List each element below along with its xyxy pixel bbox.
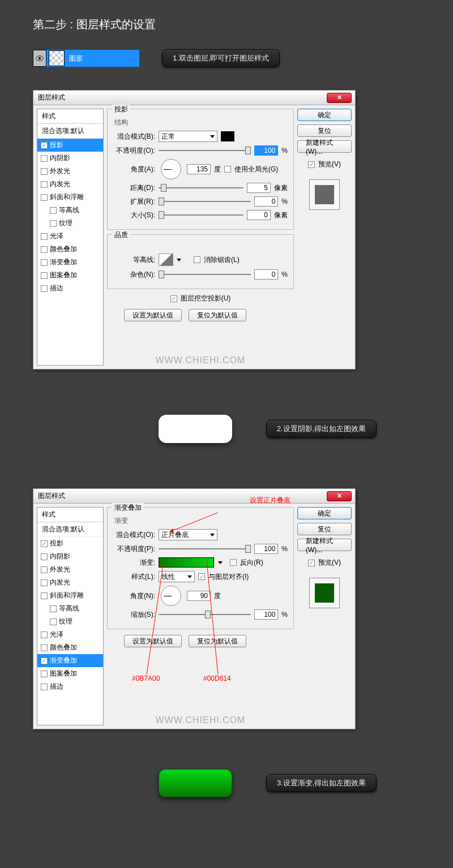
style-checkbox[interactable]: ✓	[41, 540, 48, 547]
style-item-投影[interactable]: ✓投影	[37, 537, 103, 550]
gradient-style-select[interactable]: 线性	[159, 571, 195, 582]
scale-input[interactable]: 100	[254, 609, 278, 620]
spread-slider[interactable]	[159, 197, 251, 205]
style-checkbox[interactable]	[41, 579, 48, 586]
knockout-checkbox[interactable]: ✓	[170, 295, 177, 302]
style-checkbox[interactable]	[41, 553, 48, 560]
blending-default[interactable]: 混合选项:默认	[37, 124, 103, 139]
style-checkbox[interactable]	[41, 684, 48, 690]
style-checkbox[interactable]	[50, 618, 57, 625]
style-checkbox[interactable]	[41, 644, 48, 651]
style-checkbox[interactable]	[41, 181, 48, 188]
noise-slider[interactable]	[159, 270, 251, 278]
style-checkbox[interactable]	[50, 605, 57, 612]
blend-mode-select[interactable]: 正片叠底	[159, 529, 217, 540]
global-light-checkbox[interactable]	[224, 166, 231, 173]
style-item-等高线[interactable]: 等高线	[37, 204, 103, 217]
close-button[interactable]: ✕	[327, 491, 352, 501]
blending-default[interactable]: 混合选项:默认	[37, 522, 103, 537]
style-item-渐变叠加[interactable]: 渐变叠加	[37, 256, 103, 269]
style-checkbox[interactable]	[50, 207, 57, 214]
cancel-button[interactable]: 复位	[297, 124, 352, 137]
style-item-描边[interactable]: 描边	[37, 282, 103, 295]
set-default-button[interactable]: 设置为默认值	[124, 309, 182, 321]
antialias-checkbox[interactable]	[194, 256, 200, 263]
style-checkbox[interactable]	[41, 233, 48, 240]
opacity-slider[interactable]	[159, 545, 251, 553]
size-slider[interactable]	[159, 211, 243, 219]
new-style-button[interactable]: 新建样式(W)...	[297, 539, 352, 551]
style-checkbox[interactable]	[41, 272, 48, 279]
style-checkbox[interactable]	[41, 566, 48, 573]
style-checkbox[interactable]	[41, 259, 48, 266]
style-item-内阴影[interactable]: 内阴影	[37, 550, 103, 563]
style-item-外发光[interactable]: 外发光	[37, 165, 103, 178]
style-item-图案叠加[interactable]: 图案叠加	[37, 667, 103, 680]
blend-mode-select[interactable]: 正常	[159, 131, 217, 142]
scale-label: 缩放(S):	[114, 610, 155, 620]
gradient-picker[interactable]	[159, 557, 214, 568]
ok-button[interactable]: 确定	[297, 109, 352, 121]
style-item-图案叠加[interactable]: 图案叠加	[37, 269, 103, 282]
preview-checkbox[interactable]: ✓	[308, 560, 315, 566]
close-button[interactable]: ✕	[327, 93, 352, 103]
ok-button[interactable]: 确定	[297, 507, 352, 519]
style-item-纹理[interactable]: 纹理	[37, 615, 103, 628]
angle-dial[interactable]	[161, 586, 181, 606]
style-item-颜色叠加[interactable]: 颜色叠加	[37, 641, 103, 654]
align-checkbox[interactable]: ✓	[198, 573, 205, 580]
angle-dial[interactable]	[161, 159, 181, 179]
style-checkbox[interactable]	[50, 220, 57, 227]
size-input[interactable]: 0	[247, 210, 271, 220]
style-checkbox[interactable]	[41, 285, 48, 292]
titlebar[interactable]: 图层样式 ✕	[33, 91, 355, 105]
style-checkbox[interactable]	[41, 194, 48, 201]
reset-default-button[interactable]: 复位为默认值	[189, 309, 246, 321]
style-item-内发光[interactable]: 内发光	[37, 576, 103, 589]
style-item-外发光[interactable]: 外发光	[37, 563, 103, 576]
distance-slider[interactable]	[159, 184, 243, 192]
style-checkbox[interactable]: ✓	[41, 142, 48, 149]
style-item-斜面和浮雕[interactable]: 斜面和浮雕	[37, 191, 103, 204]
style-item-描边[interactable]: 描边	[37, 680, 103, 693]
style-item-等高线[interactable]: 等高线	[37, 602, 103, 615]
layer-item[interactable]: 图形	[33, 50, 139, 67]
spread-input[interactable]: 0	[254, 196, 278, 207]
style-checkbox[interactable]	[41, 631, 48, 638]
style-checkbox[interactable]	[41, 155, 48, 162]
distance-input[interactable]: 5	[247, 183, 271, 193]
visibility-eye-icon[interactable]	[33, 50, 46, 67]
style-checkbox[interactable]: ✓	[41, 658, 48, 664]
angle-input[interactable]: 90	[187, 591, 211, 601]
shadow-color-swatch[interactable]	[221, 131, 234, 141]
style-checkbox[interactable]	[41, 671, 48, 677]
style-item-斜面和浮雕[interactable]: 斜面和浮雕	[37, 589, 103, 602]
preview-checkbox[interactable]: ✓	[308, 161, 315, 168]
opacity-input[interactable]: 100	[254, 145, 278, 156]
reverse-checkbox[interactable]	[230, 559, 237, 566]
style-item-投影[interactable]: ✓投影	[37, 139, 103, 152]
style-checkbox[interactable]	[41, 592, 48, 599]
style-item-光泽[interactable]: 光泽	[37, 628, 103, 641]
style-item-渐变叠加[interactable]: ✓渐变叠加	[37, 654, 103, 667]
style-checkbox[interactable]	[41, 168, 48, 175]
style-item-纹理[interactable]: 纹理	[37, 217, 103, 230]
noise-input[interactable]: 0	[254, 269, 278, 280]
opacity-input[interactable]: 100	[254, 544, 278, 554]
style-item-内阴影[interactable]: 内阴影	[37, 152, 103, 165]
scale-slider[interactable]	[159, 611, 251, 618]
style-item-颜色叠加[interactable]: 颜色叠加	[37, 243, 103, 256]
style-item-光泽[interactable]: 光泽	[37, 230, 103, 243]
set-default-button[interactable]: 设置为默认值	[124, 635, 182, 647]
reset-default-button[interactable]: 复位为默认值	[189, 635, 246, 647]
new-style-button[interactable]: 新建样式(W)...	[297, 140, 352, 153]
opacity-slider[interactable]	[159, 147, 251, 154]
angle-input[interactable]: 135	[187, 164, 211, 174]
titlebar[interactable]: 图层样式 ✕	[33, 489, 355, 504]
style-item-内发光[interactable]: 内发光	[37, 178, 103, 191]
cancel-button[interactable]: 复位	[297, 523, 352, 535]
chevron-down-icon[interactable]	[177, 259, 181, 261]
contour-picker[interactable]	[159, 253, 173, 266]
group-title: 渐变叠加	[112, 503, 144, 513]
style-checkbox[interactable]	[41, 246, 48, 253]
